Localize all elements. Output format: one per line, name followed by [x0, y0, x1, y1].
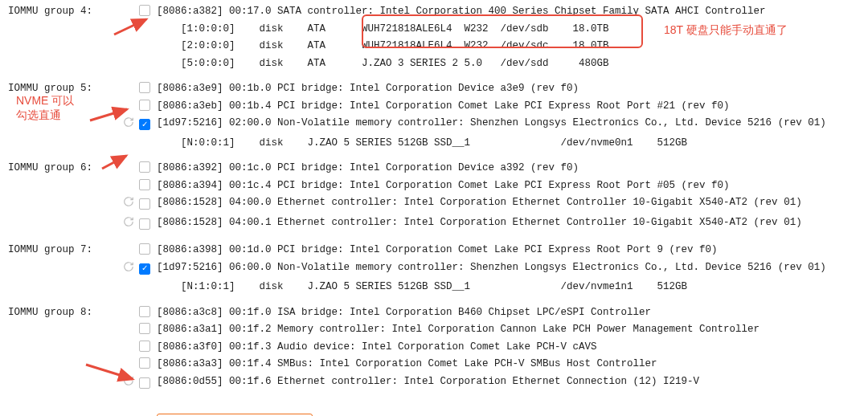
- device-text: [8086:a398] 00:1d.0 PCI bridge: Intel Co…: [157, 243, 860, 258]
- device-line: IOMMU group 7:[8086:a398] 00:1d.0 PCI br…: [8, 242, 860, 259]
- device-text: [8086:a3c8] 00:1f.0 ISA bridge: Intel Co…: [157, 306, 860, 320]
- row-controls: [104, 5, 157, 16]
- device-line: ✓[1d97:5216] 06:00.0 Non-Volatile memory…: [8, 259, 860, 279]
- device-text: [8086:a3a3] 00:1f.4 SMBus: Intel Corpora…: [157, 357, 860, 372]
- device-line: [5:0:0:0] disk ATA J.ZAO 3 SERIES 2 5.0 …: [8, 55, 860, 73]
- passthrough-checkbox[interactable]: [139, 198, 150, 210]
- passthrough-checkbox[interactable]: [139, 323, 150, 334]
- device-line: [8086:a3a1] 00:1f.2 Memory controller: I…: [8, 321, 860, 339]
- device-text: [8086:a3f0] 00:1f.3 Audio device: Intel …: [157, 341, 860, 355]
- row-controls: [104, 306, 157, 317]
- passthrough-checkbox[interactable]: [139, 306, 150, 317]
- device-text: [8086:a3e9] 00:1b.0 PCI bridge: Intel Co…: [157, 82, 860, 96]
- row-controls: [104, 179, 157, 190]
- device-text: [8086:1528] 04:00.1 Ethernet controller:…: [157, 216, 860, 230]
- refresh-icon[interactable]: [123, 261, 134, 278]
- row-controls: [104, 196, 157, 213]
- passthrough-checkbox[interactable]: [139, 179, 150, 190]
- row-controls: [104, 357, 157, 369]
- device-line: [2:0:0:0] disk ATA WUH721818ALE6L4 W232 …: [8, 38, 860, 55]
- device-line: [N:0:0:1] disk J.ZAO 5 SERIES 512GB SSD_…: [8, 135, 860, 153]
- iommu-group: IOMMU group 7:[8086:a398] 00:1d.0 PCI br…: [8, 242, 860, 296]
- iommu-group: IOMMU group 6:[8086:a392] 00:1c.0 PCI br…: [8, 160, 860, 234]
- row-controls: ✓: [104, 116, 157, 133]
- device-text: [8086:0d55] 00:1f.6 Ethernet controller:…: [157, 375, 860, 389]
- device-line: [8086:a394] 00:1c.4 PCI bridge: Intel Co…: [8, 177, 860, 195]
- device-line: IOMMU group 4:[8086:a382] 00:17.0 SATA c…: [8, 3, 860, 21]
- device-text: [1d97:5216] 06:00.0 Non-Volatile memory …: [157, 261, 860, 275]
- device-text: [8086:a3eb] 00:1b.4 PCI bridge: Intel Co…: [157, 100, 860, 114]
- device-text: [1:0:0:0] disk ATA WUH721818ALE6L4 W232 …: [157, 22, 860, 37]
- passthrough-checkbox[interactable]: [139, 5, 150, 16]
- device-text: [8086:a392] 00:1c.0 PCI bridge: Intel Co…: [157, 161, 860, 176]
- device-line: ✓[1d97:5216] 02:00.0 Non-Volatile memory…: [8, 115, 860, 135]
- row-controls: [104, 323, 157, 334]
- row-controls: ✓: [104, 261, 157, 278]
- device-line: IOMMU group 8:[8086:a3c8] 00:1f.0 ISA br…: [8, 304, 860, 322]
- device-line: IOMMU group 5:[8086:a3e9] 00:1b.0 PCI br…: [8, 80, 860, 98]
- iommu-group: IOMMU group 5:[8086:a3e9] 00:1b.0 PCI br…: [8, 80, 860, 152]
- device-line: [8086:1528] 04:00.0 Ethernet controller:…: [8, 194, 860, 214]
- row-controls: [104, 243, 157, 255]
- device-text: [8086:a382] 00:17.0 SATA controller: Int…: [157, 5, 860, 19]
- device-text: [8086:a394] 00:1c.4 PCI bridge: Intel Co…: [157, 179, 860, 194]
- row-controls: [104, 375, 157, 392]
- row-controls: [104, 216, 157, 233]
- device-line: IOMMU group 6:[8086:a392] 00:1c.0 PCI br…: [8, 160, 860, 177]
- iommu-group: IOMMU group 4:[8086:a382] 00:17.0 SATA c…: [8, 3, 860, 72]
- device-text: [1d97:5216] 02:00.0 Non-Volatile memory …: [157, 116, 860, 131]
- refresh-icon[interactable]: [123, 116, 134, 133]
- device-text: [8086:a3a1] 00:1f.2 Memory controller: I…: [157, 323, 860, 337]
- group-label: IOMMU group 4:: [8, 5, 104, 19]
- device-line: [8086:0d55] 00:1f.6 Ethernet controller:…: [8, 373, 860, 394]
- passthrough-checkbox[interactable]: [139, 243, 150, 255]
- device-text: [2:0:0:0] disk ATA WUH721818ALE6L4 W232 …: [157, 39, 860, 54]
- passthrough-checkbox[interactable]: ✓: [139, 263, 150, 275]
- device-text: [8086:1528] 04:00.0 Ethernet controller:…: [157, 196, 860, 210]
- group-label: IOMMU group 5:: [8, 82, 104, 96]
- group-label: IOMMU group 8:: [8, 306, 104, 320]
- passthrough-checkbox[interactable]: [139, 218, 150, 230]
- passthrough-checkbox[interactable]: [139, 82, 150, 93]
- passthrough-checkbox[interactable]: [139, 161, 150, 173]
- refresh-icon[interactable]: [123, 375, 134, 392]
- passthrough-checkbox[interactable]: [139, 100, 150, 111]
- passthrough-checkbox[interactable]: [139, 357, 150, 369]
- device-text: [N:1:0:1] disk J.ZAO 5 SERIES 512GB SSD_…: [157, 280, 860, 295]
- device-line: [N:1:0:1] disk J.ZAO 5 SERIES 512GB SSD_…: [8, 279, 860, 296]
- row-controls: [104, 161, 157, 173]
- row-controls: [104, 100, 157, 111]
- device-line: [8086:a3f0] 00:1f.3 Audio device: Intel …: [8, 339, 860, 357]
- row-controls: [104, 82, 157, 93]
- passthrough-checkbox[interactable]: [139, 341, 150, 352]
- device-line: [8086:a3a3] 00:1f.4 SMBus: Intel Corpora…: [8, 356, 860, 373]
- passthrough-checkbox[interactable]: [139, 377, 150, 389]
- refresh-icon[interactable]: [123, 216, 134, 233]
- device-line: [8086:1528] 04:00.1 Ethernet controller:…: [8, 214, 860, 235]
- iommu-group: IOMMU group 8:[8086:a3c8] 00:1f.0 ISA br…: [8, 304, 860, 394]
- passthrough-checkbox[interactable]: ✓: [139, 119, 150, 130]
- device-text: [N:0:0:1] disk J.ZAO 5 SERIES 512GB SSD_…: [157, 137, 860, 151]
- device-line: [1:0:0:0] disk ATA WUH721818ALE6L4 W232 …: [8, 21, 860, 39]
- refresh-icon[interactable]: [123, 196, 134, 213]
- device-line: [8086:a3eb] 00:1b.4 PCI bridge: Intel Co…: [8, 98, 860, 116]
- row-controls: [104, 341, 157, 352]
- group-label: IOMMU group 7:: [8, 243, 104, 258]
- device-text: [5:0:0:0] disk ATA J.ZAO 3 SERIES 2 5.0 …: [157, 57, 860, 71]
- group-label: IOMMU group 6:: [8, 161, 104, 176]
